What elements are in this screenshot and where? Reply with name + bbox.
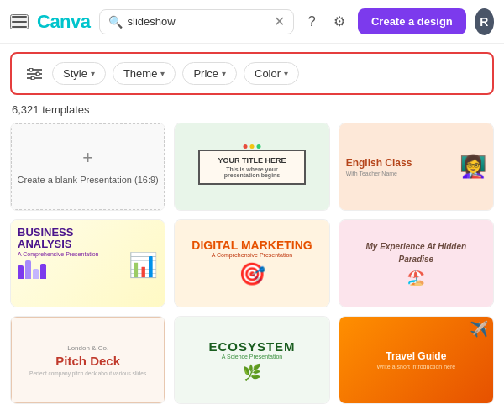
search-input[interactable] [128,15,269,28]
filter-toggle-button[interactable] [24,65,45,83]
filter-bar: Style ▾ Theme ▾ Price ▾ Color ▾ [10,52,494,95]
card-title: YOUR TITLE HERE [208,156,295,165]
svg-point-4 [36,72,39,76]
teacher-figure: 👩‍🏫 [459,154,486,180]
card-title: Pitch Deck [55,354,120,368]
list-item[interactable]: YOUR TITLE HERE This is where your prese… [174,123,329,211]
style-filter-button[interactable]: Style ▾ [52,62,106,85]
price-filter-button[interactable]: Price ▾ [182,62,237,85]
card-subtitle: A Science Presentation [222,354,282,360]
travel-stamp-icon: ✈️ [470,320,488,339]
list-item[interactable]: BUSINESS ANALYSIS A Comprehensive Presen… [10,219,165,307]
chevron-down-icon: ▾ [222,69,226,78]
svg-point-3 [29,68,33,71]
list-item[interactable]: ECOSYSTEM A Science Presentation 🌿 [174,316,329,404]
template-grid: + Create a blank Presentation (16:9) YOU… [0,123,504,414]
chevron-down-icon: ▾ [160,69,165,78]
clear-search-button[interactable]: ✕ [274,15,285,29]
color-filter-button[interactable]: Color ▾ [244,62,299,85]
header: Canva 🔍 ✕ ? ⚙ Create a design R [0,0,504,44]
card-title: My Experience At Hidden Paradise [348,240,485,265]
create-design-button[interactable]: Create a design [358,8,466,34]
chevron-down-icon: ▾ [284,69,288,78]
blank-card-label: Create a blank Presentation (16:9) [18,174,159,186]
card-title: BUSINESS ANALYSIS [18,227,123,251]
card-title: DIGITAL MARKETING [192,239,312,252]
theme-filter-button[interactable]: Theme ▾ [113,62,176,85]
card-title: English Class [346,157,454,171]
list-item[interactable]: DIGITAL MARKETING A Comprehensive Presen… [174,219,329,307]
template-count: 6,321 templates [0,103,504,123]
avatar[interactable]: R [475,8,494,35]
card-subtitle: Write a short introduction here [377,364,456,370]
filter-icon [27,68,42,80]
search-bar: 🔍 ✕ [99,9,294,34]
logo[interactable]: Canva [37,11,91,33]
card-subtitle: This is where your presentation begins [208,166,295,178]
card-title: Travel Guide [386,350,446,362]
list-item[interactable]: Travel Guide Write a short introduction … [339,316,494,404]
card-subtitle: A Comprehensive Presentation [212,252,293,258]
svg-point-5 [31,76,34,80]
list-item[interactable]: My Experience At Hidden Paradise 🏖️ [339,219,494,307]
list-item[interactable]: English Class With Teacher Name 👩‍🏫 [339,123,494,211]
list-item[interactable]: London & Co. Pitch Deck Perfect company … [10,316,165,404]
card-subtitle: Perfect company pitch deck about various… [29,370,146,376]
help-button[interactable]: ? [302,8,322,35]
settings-button[interactable]: ⚙ [330,8,349,35]
plus-icon: + [82,147,93,169]
menu-button[interactable] [10,14,29,29]
list-item[interactable]: + Create a blank Presentation (16:9) [10,123,165,211]
card-toplabel: London & Co. [67,344,108,352]
card-subtitle: With Teacher Name [346,171,454,176]
chevron-down-icon: ▾ [91,69,95,78]
card-subtitle: A Comprehensive Presentation [18,251,123,257]
card-title: ECOSYSTEM [208,339,295,354]
search-icon: 🔍 [108,15,123,29]
